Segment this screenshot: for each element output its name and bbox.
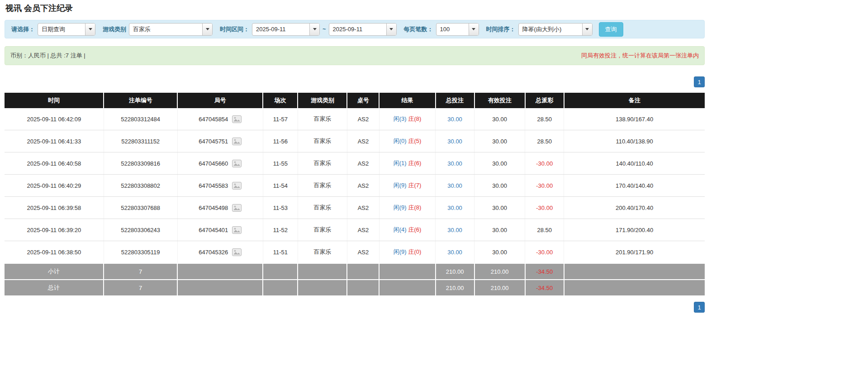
- cell-round-id: 647045401: [177, 219, 263, 241]
- subtotal-count: 7: [104, 263, 177, 280]
- image-icon[interactable]: [232, 226, 242, 234]
- cell-valid-bet: 30.00: [474, 241, 525, 264]
- image-icon[interactable]: [232, 182, 242, 190]
- date-to-value: 2025-09-11: [329, 24, 386, 35]
- date-from-dropdown[interactable]: 2025-09-11: [252, 23, 320, 36]
- result-banker: 庄(7): [408, 182, 422, 189]
- chevron-down-icon[interactable]: [582, 24, 592, 35]
- subtotal-valid-bet: 210.00: [474, 263, 525, 280]
- date-to-dropdown[interactable]: 2025-09-11: [329, 23, 397, 36]
- cell-session: 11-55: [263, 152, 298, 175]
- round-id-text: 647045498: [199, 205, 228, 211]
- total-empty-cell: [347, 280, 379, 295]
- page-container: 视讯 会员下注纪录 请选择： 日期查询 游戏类别 百家乐 时间区间： 2025-…: [5, 3, 705, 313]
- cell-total-bet: 30.00: [436, 241, 474, 264]
- chevron-down-icon[interactable]: [85, 24, 95, 35]
- page-size-value: 100: [436, 24, 469, 35]
- total-empty-cell: [263, 280, 298, 295]
- table-header-row: 时间 注单编号 局号 场次 游戏类别 桌号 结果 总投注 有效投注 总派彩 备注: [5, 93, 705, 108]
- query-type-dropdown[interactable]: 日期查询: [38, 23, 95, 36]
- cell-table-no: AS2: [347, 108, 379, 130]
- cell-remark: 110.40/138.90: [564, 130, 705, 152]
- cell-round-id: 647045660: [177, 152, 263, 175]
- column-header-remark: 备注: [564, 93, 705, 108]
- cell-bet-id: 522803306243: [104, 219, 177, 241]
- cell-round-id: 647045583: [177, 175, 263, 197]
- cell-payout: -30.00: [525, 241, 564, 264]
- game-type-value: 百家乐: [129, 24, 202, 35]
- column-header-session: 场次: [263, 93, 298, 108]
- round-id-text: 647045660: [199, 160, 228, 167]
- cell-total-bet: 30.00: [436, 175, 474, 197]
- result-banker: 庄(0): [408, 248, 422, 255]
- cell-total-bet: 30.00: [436, 130, 474, 152]
- total-total-bet: 210.00: [436, 280, 474, 295]
- image-icon[interactable]: [232, 138, 242, 145]
- page-size-dropdown[interactable]: 100: [436, 23, 479, 36]
- subtotal-row: 小计 7 210.00 210.00 -34.50: [5, 263, 705, 280]
- cell-table-no: AS2: [347, 219, 379, 241]
- table-row: 2025-09-11 06:40:58 522803309816 6470456…: [5, 152, 705, 175]
- subtotal-empty-cell: [347, 263, 379, 280]
- cell-result: 闲(3)庄(8): [379, 108, 435, 130]
- cell-remark: 171.90/200.40: [564, 219, 705, 241]
- cell-total-bet: 30.00: [436, 197, 474, 219]
- cell-bet-id: 522803305119: [104, 241, 177, 264]
- cell-table-no: AS2: [347, 197, 379, 219]
- subtotal-empty-cell: [263, 263, 298, 280]
- total-bet-link[interactable]: 30.00: [447, 249, 462, 256]
- cell-game-type: 百家乐: [298, 130, 347, 152]
- grand-total-row: 总计 7 210.00 210.00 -34.50: [5, 280, 705, 295]
- total-empty-cell: [177, 280, 263, 295]
- image-icon[interactable]: [232, 115, 242, 123]
- subtotal-empty-cell: [379, 263, 435, 280]
- result-player: 闲(1): [394, 160, 407, 166]
- time-sort-dropdown[interactable]: 降幂(由大到小): [518, 23, 593, 36]
- cell-remark: 201.90/171.90: [564, 241, 705, 264]
- cell-valid-bet: 30.00: [474, 130, 525, 152]
- cell-payout: -30.00: [525, 152, 564, 175]
- chevron-down-icon[interactable]: [469, 24, 479, 35]
- round-id-text: 647045854: [199, 116, 228, 123]
- page-1-button[interactable]: 1: [694, 76, 705, 87]
- table-row: 2025-09-11 06:41:33 522803311152 6470457…: [5, 130, 705, 152]
- image-icon[interactable]: [232, 248, 242, 256]
- chevron-down-icon[interactable]: [202, 24, 212, 35]
- cell-result: 闲(1)庄(6): [379, 152, 435, 175]
- result-player: 闲(9): [394, 204, 407, 211]
- page-title: 视讯 会员下注纪录: [5, 3, 705, 14]
- cell-table-no: AS2: [347, 241, 379, 264]
- total-bet-link[interactable]: 30.00: [447, 116, 462, 123]
- result-player: 闲(0): [394, 138, 407, 144]
- cell-total-bet: 30.00: [436, 108, 474, 130]
- total-count: 7: [104, 280, 177, 295]
- cell-game-type: 百家乐: [298, 175, 347, 197]
- image-icon[interactable]: [232, 204, 242, 212]
- cell-session: 11-53: [263, 197, 298, 219]
- total-bet-link[interactable]: 30.00: [447, 160, 462, 167]
- column-header-total-payout: 总派彩: [525, 93, 564, 108]
- cell-remark: 138.90/167.40: [564, 108, 705, 130]
- round-id-text: 647045326: [199, 249, 228, 256]
- table-row: 2025-09-11 06:39:20 522803306243 6470454…: [5, 219, 705, 241]
- image-icon[interactable]: [232, 160, 242, 167]
- currency-total-text: 币别：人民币 | 总共 :7 注单 |: [10, 52, 85, 60]
- chevron-down-icon[interactable]: [309, 24, 319, 35]
- game-type-dropdown[interactable]: 百家乐: [129, 23, 213, 36]
- subtotal-total-bet: 210.00: [436, 263, 474, 280]
- cell-valid-bet: 30.00: [474, 175, 525, 197]
- total-bet-link[interactable]: 30.00: [447, 227, 462, 233]
- chevron-down-icon[interactable]: [386, 24, 396, 35]
- cell-payout: 28.50: [525, 108, 564, 130]
- page-1-button[interactable]: 1: [694, 302, 705, 313]
- round-id-text: 647045583: [199, 182, 228, 189]
- search-button[interactable]: 查询: [599, 22, 623, 37]
- result-banker: 庄(5): [408, 138, 422, 144]
- cell-payout: 28.50: [525, 130, 564, 152]
- result-player: 闲(3): [394, 115, 407, 122]
- total-bet-link[interactable]: 30.00: [447, 205, 462, 211]
- total-label: 总计: [5, 280, 104, 295]
- total-bet-link[interactable]: 30.00: [447, 182, 462, 189]
- table-row: 2025-09-11 06:40:29 522803308802 6470455…: [5, 175, 705, 197]
- total-bet-link[interactable]: 30.00: [447, 138, 462, 145]
